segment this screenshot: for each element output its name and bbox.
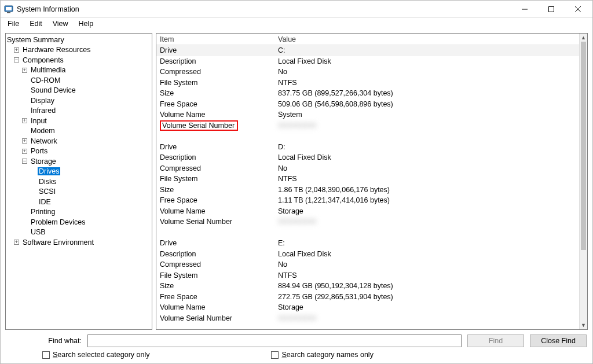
scroll-thumb[interactable] <box>581 42 586 250</box>
find-bar: Find what: Find Close Find Search select… <box>1 332 592 363</box>
cell-item: Volume Name <box>156 303 274 311</box>
cell-value: Local Fixed Disk <box>274 153 579 161</box>
menu-help[interactable]: Help <box>74 19 98 29</box>
scrollbar-vertical[interactable]: ▲ ▼ <box>579 34 587 329</box>
column-value[interactable]: Value <box>274 35 579 43</box>
details-row[interactable]: Compressed No <box>156 163 579 174</box>
cell-item: Volume Serial Number <box>156 120 274 131</box>
scroll-down-icon[interactable]: ▼ <box>580 321 587 329</box>
app-icon <box>4 5 13 14</box>
tree-infrared[interactable]: Infrared <box>6 106 152 116</box>
details-row[interactable]: Volume Name System <box>156 109 579 120</box>
details-row[interactable]: Description Local Fixed Disk <box>156 152 579 163</box>
details-row[interactable]: Volume Serial Number XXXXXXXX <box>156 216 579 227</box>
cell-item: Volume Name <box>156 111 274 119</box>
details-row[interactable]: Free Space 272.75 GB (292,865,531,904 by… <box>156 292 579 303</box>
details-row[interactable]: Compressed No <box>156 259 579 270</box>
cell-item: Free Space <box>156 100 274 108</box>
details-header[interactable]: Item Value <box>156 34 579 45</box>
details-row[interactable]: Drive C: <box>156 45 579 56</box>
details-row[interactable]: Drive E: <box>156 238 579 249</box>
details-row[interactable]: File System NTFS <box>156 174 579 185</box>
tree-components[interactable]: − Components <box>6 55 152 65</box>
close-button[interactable] <box>565 1 591 18</box>
collapse-icon[interactable]: − <box>22 159 27 164</box>
details-row[interactable]: Volume Name Storage <box>156 206 579 217</box>
menu-edit[interactable]: Edit <box>25 19 47 29</box>
details-row[interactable]: Compressed No <box>156 67 579 78</box>
details-row[interactable]: Description Local Fixed Disk <box>156 56 579 67</box>
details-row[interactable]: Size 884.94 GB (950,192,304,128 bytes) <box>156 281 579 292</box>
maximize-button[interactable] <box>538 1 565 18</box>
tree-system-summary[interactable]: System Summary <box>6 35 152 45</box>
tree-usb[interactable]: USB <box>6 227 152 238</box>
expand-icon[interactable]: + <box>22 68 27 73</box>
find-button[interactable]: Find <box>467 334 524 347</box>
search-names-checkbox[interactable]: Search category names only <box>271 351 373 359</box>
tree-scsi[interactable]: SCSI <box>6 187 152 197</box>
expand-icon[interactable]: + <box>14 240 19 245</box>
tree-problem-devices[interactable]: Problem Devices <box>6 217 152 227</box>
minimize-button[interactable] <box>511 1 538 18</box>
details-row[interactable]: File System NTFS <box>156 78 579 89</box>
menu-file[interactable]: File <box>3 19 24 29</box>
tree-network[interactable]: + Network <box>6 136 152 146</box>
details-row[interactable]: Free Space 1.11 TB (1,221,347,414,016 by… <box>156 195 579 206</box>
tree-disks[interactable]: Disks <box>6 177 152 187</box>
cell-item: Compressed <box>156 164 274 172</box>
expand-icon[interactable]: + <box>22 149 27 154</box>
close-find-button[interactable]: Close Find <box>530 334 587 347</box>
expand-icon[interactable]: + <box>22 138 27 144</box>
tree-label: CD-ROM <box>30 76 61 84</box>
tree-display[interactable]: Display <box>6 95 152 106</box>
collapse-icon[interactable]: − <box>14 57 19 62</box>
tree-ide[interactable]: IDE <box>6 197 152 207</box>
details-row[interactable]: Description Local Fixed Disk <box>156 249 579 260</box>
tree-label: Infrared <box>30 106 57 115</box>
tree-drives[interactable]: Drives <box>6 167 152 177</box>
tree-cdrom[interactable]: CD-ROM <box>6 75 152 86</box>
tree-sound-device[interactable]: Sound Device <box>6 86 152 96</box>
tree-ports[interactable]: + Ports <box>6 146 152 157</box>
details-row[interactable]: Volume Name Storage <box>156 302 579 313</box>
cell-value: No <box>274 164 579 172</box>
cell-item: Free Space <box>156 293 274 301</box>
tree-storage[interactable]: − Storage <box>6 156 152 167</box>
cell-value: NTFS <box>274 79 579 87</box>
expand-icon[interactable]: + <box>14 47 19 53</box>
column-item[interactable]: Item <box>156 35 274 43</box>
cell-item: Drive <box>156 46 274 54</box>
details-row[interactable]: Volume Serial Number XXXXXXXX <box>156 120 579 131</box>
scroll-up-icon[interactable]: ▲ <box>580 34 587 42</box>
checkbox-icon[interactable] <box>42 351 50 359</box>
tree-printing[interactable]: Printing <box>6 207 152 218</box>
cell-item: Free Space <box>156 196 274 204</box>
tree-hardware-resources[interactable]: + Hardware Resources <box>6 45 152 56</box>
find-what-label: Find what: <box>6 337 82 345</box>
expand-icon[interactable]: + <box>22 118 27 123</box>
cell-item: File System <box>156 175 274 183</box>
details-row[interactable]: Size 1.86 TB (2,048,390,066,176 bytes) <box>156 185 579 196</box>
menu-view[interactable]: View <box>48 19 73 29</box>
svg-rect-1 <box>6 7 12 10</box>
tree-label: Input <box>30 117 48 125</box>
details-body: Drive C: Description Local Fixed Disk Co… <box>156 45 579 323</box>
details-row[interactable]: Size 837.75 GB (899,527,266,304 bytes) <box>156 88 579 99</box>
tree-label: IDE <box>38 198 52 206</box>
tree-label: Drives <box>38 167 60 175</box>
tree-multimedia[interactable]: + Multimedia <box>6 65 152 76</box>
details-row[interactable]: Drive D: <box>156 142 579 153</box>
cell-item: Volume Name <box>156 207 274 215</box>
details-row[interactable]: File System NTFS <box>156 270 579 281</box>
tree-input[interactable]: + Input <box>6 116 152 126</box>
tree-modem[interactable]: Modem <box>6 126 152 137</box>
checkbox-icon[interactable] <box>271 351 279 359</box>
details-row[interactable]: Volume Serial Number XXXXXXXX <box>156 313 579 324</box>
cell-value: Local Fixed Disk <box>274 57 579 65</box>
category-tree[interactable]: System Summary + Hardware Resources − Co… <box>6 34 152 329</box>
tree-software-environment[interactable]: + Software Environment <box>6 237 152 248</box>
cell-value: C: <box>274 46 579 54</box>
search-selected-checkbox[interactable]: Search selected category only <box>42 351 149 359</box>
details-row[interactable]: Free Space 509.06 GB (546,598,608,896 by… <box>156 99 579 110</box>
find-what-input[interactable] <box>87 334 462 347</box>
